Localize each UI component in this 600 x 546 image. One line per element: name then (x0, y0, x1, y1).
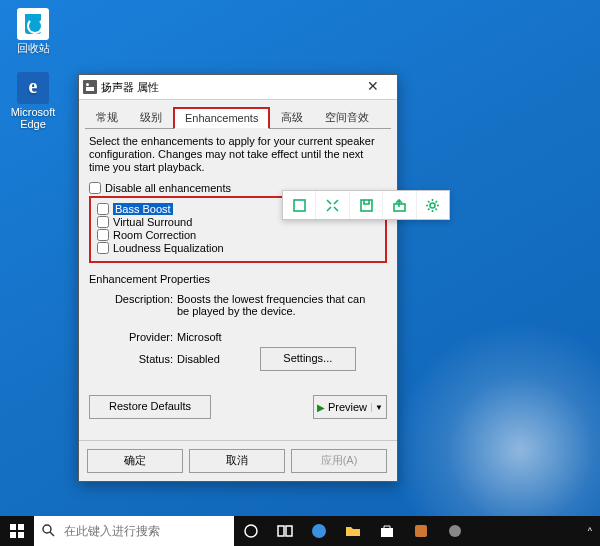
annotation-save-button[interactable] (350, 191, 383, 219)
svg-rect-10 (278, 526, 284, 536)
play-icon: ▶ (314, 402, 328, 413)
close-button[interactable]: ✕ (355, 75, 391, 99)
taskbar-app2[interactable] (438, 516, 472, 546)
app-icon (413, 523, 429, 539)
annotation-rect-button[interactable] (283, 191, 316, 219)
dialog-footer: 确定 取消 应用(A) (79, 440, 397, 481)
description-label: Description: (97, 293, 173, 317)
edge-icon (17, 72, 49, 104)
taskbar: ^ (0, 516, 600, 546)
checkbox-input[interactable] (97, 229, 109, 241)
svg-rect-5 (18, 524, 24, 530)
enhancement-label: Loudness Equalization (113, 242, 224, 254)
svg-rect-1 (361, 200, 372, 211)
rect-icon (292, 198, 307, 213)
desktop-icon-recycle-bin[interactable]: 回收站 (10, 8, 56, 54)
folder-icon (345, 523, 361, 539)
windows-icon (10, 524, 24, 538)
store-icon (379, 523, 395, 539)
taskbar-search[interactable] (34, 516, 234, 546)
taskbar-cortana[interactable] (234, 516, 268, 546)
search-input[interactable] (62, 523, 234, 539)
expand-icon (325, 198, 340, 213)
share-icon (392, 198, 407, 213)
gear-icon (425, 198, 440, 213)
enhancement-label: Room Correction (113, 229, 196, 241)
speaker-properties-dialog: 扬声器 属性 ✕ 常规 级别 Enhancements 高级 空间音效 Sele… (78, 74, 398, 482)
tab-enhancements[interactable]: Enhancements (173, 107, 270, 129)
instructions-text: Select the enhancements to apply for you… (89, 135, 387, 174)
svg-rect-0 (294, 200, 305, 211)
restore-defaults-button[interactable]: Restore Defaults (89, 395, 211, 419)
checkbox-input[interactable] (89, 182, 101, 194)
svg-rect-7 (18, 532, 24, 538)
cortana-icon (243, 523, 259, 539)
annotation-toolbar[interactable] (282, 190, 450, 220)
desktop-icon-label: 回收站 (10, 42, 56, 54)
taskbar-store[interactable] (370, 516, 404, 546)
window-title: 扬声器 属性 (101, 75, 355, 99)
svg-point-3 (430, 203, 435, 208)
search-icon (34, 523, 62, 539)
settings-button[interactable]: Settings... (260, 347, 356, 371)
titlebar[interactable]: 扬声器 属性 ✕ (79, 75, 397, 100)
taskbar-explorer[interactable] (336, 516, 370, 546)
enhancement-item[interactable]: Room Correction (97, 229, 379, 241)
checkbox-input[interactable] (97, 203, 109, 215)
svg-rect-13 (415, 525, 427, 537)
dropdown-icon[interactable]: ▼ (371, 403, 386, 412)
recycle-bin-icon (17, 8, 49, 40)
task-view-icon (277, 523, 293, 539)
save-icon (359, 198, 374, 213)
checkbox-input[interactable] (97, 216, 109, 228)
system-tray[interactable]: ^ (580, 516, 600, 546)
tab-advanced[interactable]: 高级 (270, 106, 314, 128)
svg-rect-4 (10, 524, 16, 530)
cancel-button[interactable]: 取消 (189, 449, 285, 473)
tab-strip: 常规 级别 Enhancements 高级 空间音效 (79, 100, 397, 128)
app-icon (447, 523, 463, 539)
description-value: Boosts the lowest frequencies that can b… (177, 293, 379, 317)
status-value: Disabled (177, 353, 220, 365)
edge-icon (311, 523, 327, 539)
apply-button[interactable]: 应用(A) (291, 449, 387, 473)
svg-point-14 (449, 525, 461, 537)
provider-label: Provider: (97, 331, 173, 343)
taskbar-app[interactable] (404, 516, 438, 546)
annotation-expand-button[interactable] (316, 191, 349, 219)
enhancement-label: Virtual Surround (113, 216, 192, 228)
desktop-icon-edge[interactable]: MicrosoftEdge (10, 72, 56, 130)
svg-rect-6 (10, 532, 16, 538)
tab-spatial[interactable]: 空间音效 (314, 106, 380, 128)
tab-levels[interactable]: 级别 (129, 106, 173, 128)
preview-button[interactable]: ▶ Preview ▼ (313, 395, 387, 419)
preview-label: Preview (328, 401, 371, 413)
speaker-icon (83, 80, 97, 94)
ok-button[interactable]: 确定 (87, 449, 183, 473)
checkbox-input[interactable] (97, 242, 109, 254)
svg-point-8 (43, 525, 51, 533)
enhancement-label: Bass Boost (113, 203, 173, 215)
svg-point-9 (245, 525, 257, 537)
checkbox-label: Disable all enhancements (105, 182, 231, 194)
provider-value: Microsoft (177, 331, 379, 343)
desktop-icon-label: MicrosoftEdge (10, 106, 56, 130)
enhancement-item[interactable]: Loudness Equalization (97, 242, 379, 254)
annotation-share-button[interactable] (383, 191, 416, 219)
svg-point-12 (312, 524, 326, 538)
start-button[interactable] (0, 516, 34, 546)
tab-general[interactable]: 常规 (85, 106, 129, 128)
taskbar-edge[interactable] (302, 516, 336, 546)
properties-group-title: Enhancement Properties (89, 273, 387, 285)
annotation-settings-button[interactable] (417, 191, 449, 219)
status-label: Status: (97, 353, 173, 365)
taskbar-task-view[interactable] (268, 516, 302, 546)
svg-rect-11 (286, 526, 292, 536)
tray-overflow-icon[interactable]: ^ (588, 526, 592, 536)
